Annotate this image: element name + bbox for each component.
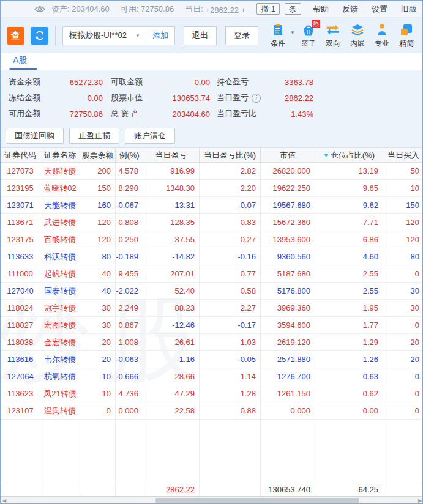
hot-badge: 热 (312, 20, 320, 28)
info-icon[interactable]: i (252, 94, 261, 103)
account-summary: 资金余额65272.30 可取金额0.00 持仓盈亏3363.78 冻结金额0.… (1, 70, 422, 147)
available-stat: 可用: 72750.86 (121, 4, 174, 15)
add-account-link[interactable]: 添加 (146, 30, 174, 41)
toolbar: 查 模拟炒股-UI**02 ▼ 添加 退出 登录 条件 ▼ 热 (1, 18, 422, 53)
condition-order-button[interactable]: 条件 (266, 23, 290, 49)
positions-table: 炒股 证券代码 证券名称 股票余额 例(%) 当日盈亏 当日盈亏比(%) 市值 … (1, 147, 422, 504)
menu-help[interactable]: 帮助 (313, 4, 329, 15)
totals-row: 2862.22 130653.740 64.25 (1, 483, 423, 497)
clear-account-button[interactable]: 账户清仓 (125, 128, 175, 144)
summary-available: 可用金额72750.86 (9, 108, 103, 119)
table-row[interactable]: 118024 冠宇转债 30 2.249 88.23 2.27 3969.360… (1, 300, 423, 317)
sort-descending-icon: ▼ (323, 152, 329, 158)
toolbar-divider (55, 26, 56, 45)
toolbar-icon-group: 条件 ▼ 热 篮子 双向 内嵌 (266, 23, 422, 49)
menu-settings[interactable]: 设置 (372, 4, 387, 15)
header-market-value[interactable]: 市值 (261, 148, 315, 162)
two-way-arrows-icon (326, 23, 340, 37)
summary-stock-value: 股票市值130653.74 (111, 92, 210, 103)
table-row[interactable]: 127064 杭氧转债 10 -0.666 28.66 1.14 1276.70… (1, 368, 423, 385)
active-tab-indicator (9, 68, 37, 70)
condition-clipboard-icon (272, 23, 284, 37)
summary-fund-balance: 资金余额65272.30 (9, 76, 103, 87)
person-icon (376, 23, 388, 37)
table-row[interactable]: 113633 科沃转债 80 -0.189 -14.82 -0.16 9360.… (1, 248, 423, 265)
table-row[interactable]: 113671 武进转债 120 0.808 128.35 0.83 15672.… (1, 214, 423, 231)
stop-profit-loss-button[interactable]: 止盈止损 (69, 128, 119, 144)
summary-frozen: 冻结金额0.00 (9, 92, 103, 103)
horizontal-scrollbar[interactable]: ◀ ▶ (1, 497, 423, 504)
account-name[interactable]: 模拟炒股-UI**02 (63, 30, 135, 41)
summary-withdrawable: 可取金额0.00 (111, 76, 210, 87)
login-button[interactable]: 登录 (225, 26, 258, 45)
table-row[interactable]: 111000 起帆转债 40 9.455 207.01 0.77 5187.68… (1, 265, 423, 283)
assets-stat: 资产: 203404.60 (51, 4, 110, 15)
table-row[interactable]: 123195 蓝晓转02 150 8.290 1348.30 2.20 1962… (1, 180, 423, 197)
summary-total-assets: 总 资 产203404.60 (111, 108, 210, 119)
logout-button[interactable]: 退出 (184, 26, 217, 45)
table-empty-area (1, 420, 423, 483)
table-header: 证券代码 证券名称 股票余额 例(%) 当日盈亏 当日盈亏比(%) 市值 ▼仓位… (1, 147, 423, 163)
revoke-count-button[interactable]: 撤 1 (256, 3, 280, 15)
table-row[interactable]: 118038 金宏转债 20 1.008 26.61 1.03 2619.120… (1, 334, 423, 351)
today-stat: 当日: +2862.22 + (185, 4, 245, 15)
two-way-button[interactable]: 双向 (321, 23, 345, 49)
header-code[interactable]: 证券代码 (1, 148, 40, 162)
scroll-right-arrow[interactable]: ▶ (416, 497, 423, 504)
account-selector: 模拟炒股-UI**02 ▼ 添加 (62, 26, 175, 45)
chevron-down-icon[interactable]: ▼ (135, 33, 146, 39)
header-ratio[interactable]: 例(%) (116, 148, 143, 162)
menu-feedback[interactable]: 反馈 (342, 4, 358, 15)
table-row[interactable]: 127040 国泰转债 40 -2.022 52.40 0.58 5176.80… (1, 283, 423, 300)
summary-today-pnl: 当日盈亏i 2862.22 (217, 92, 313, 103)
simple-mode-button[interactable]: 精简 (394, 23, 419, 49)
title-bar: 资产: 203404.60 可用: 72750.86 当日: +2862.22 … (1, 1, 422, 18)
header-pnl-pct[interactable]: 当日盈亏比(%) (200, 148, 261, 162)
eye-icon[interactable] (34, 5, 45, 13)
table-row[interactable]: 123175 百畅转债 120 0.250 37.55 0.27 13953.6… (1, 231, 423, 248)
query-button[interactable]: 查 (7, 27, 24, 45)
refresh-button[interactable] (31, 27, 48, 45)
total-pnl: 2862.22 (143, 483, 200, 496)
header-pnl[interactable]: 当日盈亏 (143, 148, 200, 162)
table-row[interactable]: 127073 天赐转债 200 4.578 916.99 2.82 26820.… (1, 163, 423, 180)
header-position-pct[interactable]: ▼仓位占比(%) (315, 148, 383, 162)
table-row[interactable]: 123071 天能转债 160 -0.067 -13.31 -0.07 1956… (1, 197, 423, 214)
overlap-squares-icon (400, 23, 413, 37)
summary-position-pnl: 持仓盈亏3363.78 (217, 76, 313, 87)
professional-button[interactable]: 专业 (370, 23, 394, 49)
table-row[interactable]: 113616 韦尔转债 20 -0.063 -1.16 -0.05 2571.8… (1, 351, 423, 368)
scroll-left-arrow[interactable]: ◀ (1, 497, 8, 504)
header-balance[interactable]: 股票余额 (80, 148, 116, 162)
table-body: 127073 天赐转债 200 4.578 916.99 2.82 26820.… (1, 163, 422, 420)
embed-button[interactable]: 内嵌 (345, 23, 370, 49)
reverse-repo-button[interactable]: 国债逆回购 (6, 128, 64, 144)
condition-chevron-down-icon[interactable]: ▼ (290, 30, 295, 35)
total-market-value: 130653.740 (261, 483, 315, 496)
total-position-pct: 64.25 (315, 483, 383, 496)
scrollbar-thumb[interactable] (155, 498, 359, 503)
table-row[interactable]: 118027 宏图转债 30 0.867 -12.46 -0.17 3594.6… (1, 317, 423, 334)
menu-old-version[interactable]: 旧版 (401, 4, 417, 15)
basket-order-button[interactable]: 热 篮子 (296, 23, 321, 49)
layers-icon (351, 23, 364, 37)
tab-bar: A股 (1, 53, 422, 70)
header-name[interactable]: 证券名称 (40, 148, 80, 162)
app-window: 资产: 203404.60 可用: 72750.86 当日: +2862.22 … (0, 0, 423, 504)
table-row[interactable]: 123107 温氏转债 0 0.000 22.58 0.88 0.000 0.0… (1, 402, 423, 420)
table-row[interactable]: 113623 凤21转债 10 4.736 47.29 1.28 1261.15… (1, 385, 423, 402)
tiao-button[interactable]: 条 (285, 3, 301, 15)
refresh-icon (34, 30, 45, 41)
tab-a-shares[interactable]: A股 (13, 55, 27, 66)
header-today-buy[interactable]: 当日买入 (383, 148, 423, 162)
summary-today-pnl-ratio: 当日盈亏比1.43% (217, 108, 313, 119)
